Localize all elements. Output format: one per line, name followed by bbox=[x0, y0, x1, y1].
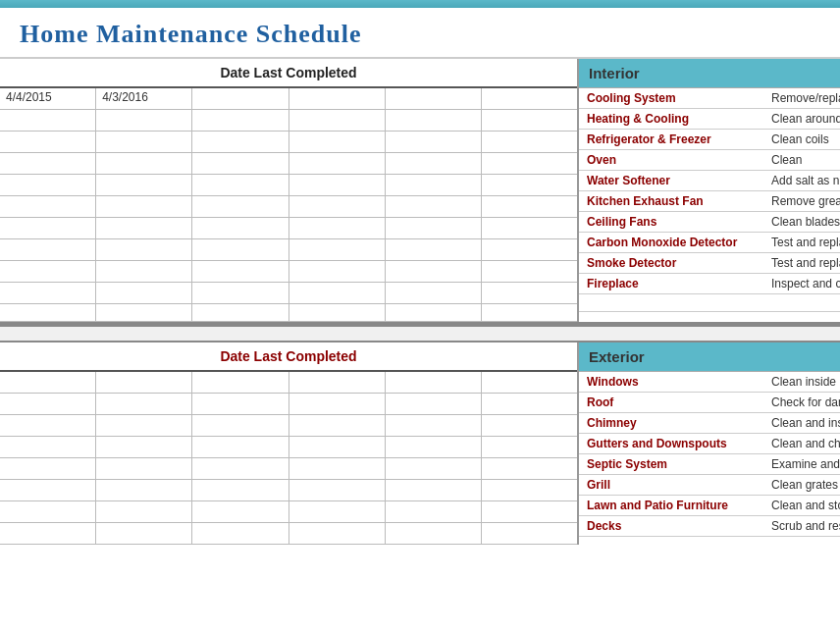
item-grill-action: Clean grates bbox=[765, 475, 840, 495]
list-item bbox=[579, 294, 840, 312]
date-row-9 bbox=[0, 261, 577, 283]
bot-date-row-6 bbox=[0, 480, 577, 501]
section-gap bbox=[0, 325, 840, 342]
item-smoke-action: Test and replace batteries bbox=[765, 253, 840, 273]
item-co-action: Test and replace batteries bbox=[765, 233, 840, 252]
date-cell-1-3 bbox=[192, 88, 289, 109]
list-item: Fireplace Inspect and clean bbox=[579, 274, 840, 294]
item-fireplace-action: Inspect and clean bbox=[765, 274, 840, 293]
list-item: Decks Scrub and reseal bbox=[579, 516, 840, 537]
item-windows-action: Clean inside and out bbox=[765, 372, 840, 392]
item-kitchen-action: Remove grease filter bbox=[765, 191, 840, 211]
item-fireplace: Fireplace bbox=[579, 274, 765, 293]
item-roof-action: Check for damage bbox=[765, 393, 840, 412]
date-cell-1-6 bbox=[482, 88, 577, 109]
item-decks: Decks bbox=[579, 516, 765, 536]
interior-section: Interior Cooling System Remove/replace f… bbox=[577, 59, 840, 322]
item-windows: Windows bbox=[579, 372, 765, 392]
header-bar bbox=[0, 0, 840, 8]
item-heating-cooling: Heating & Cooling bbox=[579, 109, 765, 129]
exterior-section: Exterior Windows Clean inside and out Ro… bbox=[577, 342, 840, 545]
list-item: Septic System Examine and pump bbox=[579, 454, 840, 475]
item-refrigerator-action: Clean coils bbox=[765, 130, 840, 149]
date-cell-1-4 bbox=[289, 88, 386, 109]
item-smoke-detector: Smoke Detector bbox=[579, 253, 765, 273]
bot-date-row-7 bbox=[0, 501, 577, 523]
date-row-5 bbox=[0, 175, 577, 196]
list-item: Ceiling Fans Clean blades bbox=[579, 212, 840, 233]
list-item: Smoke Detector Test and replace batterie… bbox=[579, 253, 840, 274]
item-decks-action: Scrub and reseal bbox=[765, 516, 840, 536]
list-item: Lawn and Patio Furniture Clean and store bbox=[579, 496, 840, 516]
item-ceiling-fans: Ceiling Fans bbox=[579, 212, 765, 232]
list-item: Carbon Monoxide Detector Test and replac… bbox=[579, 233, 840, 253]
item-chimney: Chimney bbox=[579, 413, 765, 433]
list-item: Gutters and Downspouts Clean and check bbox=[579, 434, 840, 454]
date-row-7 bbox=[0, 218, 577, 239]
item-grill: Grill bbox=[579, 475, 765, 495]
item-cooling-system: Cooling System bbox=[579, 88, 765, 108]
bottom-date-section: Date Last Completed bbox=[0, 342, 577, 545]
date-cell-1-1: 4/4/2015 bbox=[0, 88, 96, 109]
top-date-header: Date Last Completed bbox=[0, 59, 577, 88]
bot-date-row-1 bbox=[0, 372, 577, 394]
date-row-11 bbox=[0, 304, 577, 322]
item-cooling-action: Remove/replace filters bbox=[765, 88, 840, 108]
bot-date-row-2 bbox=[0, 394, 577, 415]
date-row-10 bbox=[0, 283, 577, 304]
item-lawn-furniture: Lawn and Patio Furniture bbox=[579, 496, 765, 515]
date-cell-1-2: 4/3/2016 bbox=[96, 88, 192, 109]
date-row-8 bbox=[0, 239, 577, 261]
item-kitchen-exhaust: Kitchen Exhaust Fan bbox=[579, 191, 765, 211]
date-row-6 bbox=[0, 196, 577, 218]
bot-date-row-4 bbox=[0, 437, 577, 458]
page-title: Home Maintenance Schedule bbox=[20, 20, 820, 49]
list-item: Grill Clean grates bbox=[579, 475, 840, 496]
exterior-header: Exterior bbox=[579, 342, 840, 372]
item-oven-action: Clean bbox=[765, 150, 840, 170]
item-ceiling-action: Clean blades bbox=[765, 212, 840, 232]
item-gutters: Gutters and Downspouts bbox=[579, 434, 765, 453]
list-item: Windows Clean inside and out bbox=[579, 372, 840, 393]
bot-date-row-5 bbox=[0, 458, 577, 480]
item-lawn-action: Clean and store bbox=[765, 496, 840, 515]
date-cell-1-5 bbox=[386, 88, 482, 109]
item-septic-action: Examine and pump bbox=[765, 454, 840, 474]
title-row: Home Maintenance Schedule bbox=[0, 8, 840, 59]
item-roof: Roof bbox=[579, 393, 765, 412]
item-water-action: Add salt as needed bbox=[765, 171, 840, 190]
list-item: Oven Clean bbox=[579, 150, 840, 171]
bottom-date-header: Date Last Completed bbox=[0, 342, 577, 372]
bot-date-row-8 bbox=[0, 523, 577, 545]
item-chimney-action: Clean and inspect bbox=[765, 413, 840, 433]
list-item: Heating & Cooling Clean around units bbox=[579, 109, 840, 130]
date-row-1: 4/4/2015 4/3/2016 bbox=[0, 88, 577, 110]
date-row-2 bbox=[0, 110, 577, 132]
item-water-softener: Water Softener bbox=[579, 171, 765, 190]
list-item: Water Softener Add salt as needed bbox=[579, 171, 840, 191]
item-oven: Oven bbox=[579, 150, 765, 170]
list-item: Chimney Clean and inspect bbox=[579, 413, 840, 434]
list-item: Cooling System Remove/replace filters bbox=[579, 88, 840, 109]
date-row-4 bbox=[0, 153, 577, 175]
item-septic: Septic System bbox=[579, 454, 765, 474]
item-heating-action: Clean around units bbox=[765, 109, 840, 129]
list-item: Roof Check for damage bbox=[579, 393, 840, 413]
list-item: Refrigerator & Freezer Clean coils bbox=[579, 130, 840, 150]
top-date-section: Date Last Completed 4/4/2015 4/3/2016 bbox=[0, 59, 577, 322]
item-gutters-action: Clean and check bbox=[765, 434, 840, 453]
date-row-3 bbox=[0, 132, 577, 153]
bot-date-row-3 bbox=[0, 415, 577, 437]
item-co-detector: Carbon Monoxide Detector bbox=[579, 233, 765, 252]
item-refrigerator: Refrigerator & Freezer bbox=[579, 130, 765, 149]
list-item: Kitchen Exhaust Fan Remove grease filter bbox=[579, 191, 840, 212]
interior-header: Interior bbox=[579, 59, 840, 88]
